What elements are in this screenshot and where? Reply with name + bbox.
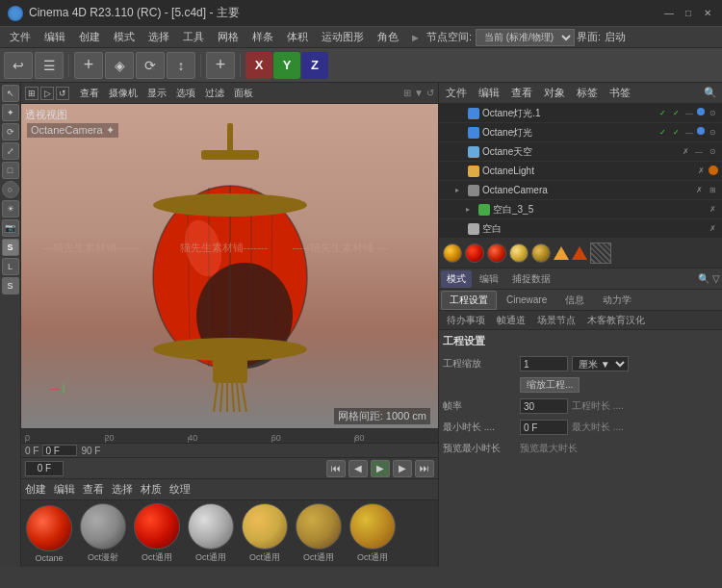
menu-file[interactable]: 文件 [4,28,37,46]
vp-icon-grid[interactable]: ⊞ [25,87,39,100]
left-icon-scale[interactable]: ⤢ [2,142,19,160]
mat-item-1[interactable]: Oct漫射 [79,503,127,564]
left-icon-rotate[interactable]: ⟳ [2,123,19,141]
play-next[interactable]: ▶ [393,460,412,477]
search-icon[interactable]: 🔍 [703,86,718,101]
left-icon-box[interactable]: □ [2,162,19,179]
vp-panel[interactable]: 面板 [231,87,256,100]
swatch-0[interactable] [443,243,462,263]
obj-render-1[interactable]: ✓ [670,127,682,139]
viewport-canvas[interactable]: 透视视图 OctaneCamera ✦ [21,104,438,428]
vp-icon-cam[interactable]: ▷ [40,87,54,100]
axis-x-button[interactable]: X [245,52,272,79]
sub-tab-todo[interactable]: 待办事项 [441,312,491,329]
right-view[interactable]: 查看 [508,86,535,100]
maximize-button[interactable]: □ [682,7,695,20]
vp-view[interactable]: 查看 [77,87,102,100]
vp-display[interactable]: 显示 [144,87,169,100]
obj-row-5[interactable]: ▸ 空白_3_5 ✗ [439,200,722,219]
left-icon-move[interactable]: ✦ [2,104,19,121]
toolbar-move2[interactable]: + [206,52,235,79]
obj-vis-5[interactable]: ✗ [707,204,718,216]
obj-vis-6[interactable]: ✗ [707,223,718,235]
mat-item-2[interactable]: Oct通用 [133,503,181,564]
swatch-4[interactable] [531,243,551,263]
left-icon-s2[interactable]: S [2,277,19,294]
prop-scale-input[interactable] [520,356,568,371]
axis-z-button[interactable]: Z [301,52,328,79]
toolbar-select[interactable]: ◈ [105,52,134,79]
timeline-current-input[interactable] [42,445,77,456]
right-bookmark[interactable]: 书签 [606,86,633,100]
menu-volume[interactable]: 体积 [281,28,314,46]
play-to-start[interactable]: ⏮ [326,460,346,477]
vp-refresh-icon[interactable]: ↺ [426,88,434,98]
right-object[interactable]: 对象 [541,86,568,100]
toolbar-rotate[interactable]: ⟳ [136,52,165,79]
interface-value[interactable]: 启动 [605,30,626,44]
left-icon-cam[interactable]: 📷 [2,219,19,237]
mode-tab-mode[interactable]: 模式 [441,270,472,288]
play-stop[interactable]: ▶ [371,460,390,477]
menu-select[interactable]: 选择 [142,28,175,46]
left-icon-l[interactable]: L [2,258,19,275]
menu-character[interactable]: 角色 [372,28,404,46]
vp-filter[interactable]: 过滤 [202,87,227,100]
mat-item-3[interactable]: Oct通用 [187,503,235,564]
menu-spline[interactable]: 样条 [246,28,279,46]
mat-select[interactable]: 选择 [112,482,133,497]
attr-tab-info[interactable]: 信息 [556,291,593,310]
obj-row-3[interactable]: OctaneLight ✗ [439,162,722,181]
toolbar-undo[interactable]: ↩ [4,52,33,79]
obj-circle-2[interactable]: ⊙ [707,146,718,158]
swatch-2[interactable] [487,243,506,263]
checker-swatch[interactable] [590,243,611,264]
obj-vis-0[interactable]: ✓ [657,108,668,119]
toolbar-add[interactable]: + [74,52,103,79]
node-space-select[interactable]: 当前 (标准/物理) [476,29,575,46]
obj-lock-1[interactable]: — [683,127,695,139]
left-icon-cursor[interactable]: ↖ [2,85,19,102]
obj-lock-0[interactable]: — [683,108,695,119]
mode-tab-edit[interactable]: 编辑 [474,270,504,288]
obj-vis-2[interactable]: ✗ [680,146,691,158]
close-button[interactable]: ✕ [701,7,714,20]
menu-create[interactable]: 创建 [73,28,106,46]
mat-edit[interactable]: 编辑 [54,482,75,497]
left-icon-light[interactable]: ☀ [2,200,19,217]
vp-layout-icon[interactable]: ⊞ [403,88,411,98]
obj-circle-0[interactable]: ⊙ [707,108,718,119]
mode-search-icon[interactable]: 🔍 [698,273,709,284]
sub-tab-scenenode[interactable]: 场景节点 [531,312,581,329]
collapse-project-btn[interactable]: 缩放工程... [520,377,580,393]
right-edit[interactable]: 编辑 [476,86,503,100]
frame-input[interactable] [25,461,64,476]
obj-circle-1[interactable]: ⊙ [707,127,718,139]
obj-vis-1[interactable]: ✓ [657,127,668,139]
obj-vis-3[interactable]: ✗ [695,166,707,177]
vp-down-icon[interactable]: ▼ [414,88,424,98]
prop-fps-input[interactable] [520,398,568,414]
menu-mode[interactable]: 模式 [108,28,141,46]
mat-view[interactable]: 查看 [83,482,104,497]
obj-row-2[interactable]: Octane天空 ✗ — ⊙ [439,142,722,162]
right-tag[interactable]: 标签 [574,86,601,100]
sub-tab-muke[interactable]: 木客教育汉化 [581,312,651,329]
mat-create[interactable]: 创建 [25,482,46,497]
menu-mesh[interactable]: 网格 [212,28,245,46]
mat-item-5[interactable]: Oct通用 [295,503,343,564]
obj-row-4[interactable]: ▸ OctaneCamera ✗ ⊞ [439,181,722,200]
obj-vis-4[interactable]: ✗ [693,185,705,196]
attr-tab-dynamics[interactable]: 动力学 [594,291,640,310]
toolbar-menu[interactable]: ☰ [35,52,64,79]
mat-item-4[interactable]: Oct通用 [241,503,289,564]
mat-texture[interactable]: 纹理 [169,482,191,497]
obj-row-6[interactable]: 空白 ✗ [439,219,722,239]
swatch-3[interactable] [509,243,529,263]
obj-box-4[interactable]: ⊞ [707,185,718,196]
axis-y-button[interactable]: Y [273,52,300,79]
left-icon-sphere[interactable]: ○ [2,181,19,198]
vp-camera[interactable]: 摄像机 [106,87,141,100]
prop-unit-select[interactable]: 厘米 ▼ 米 毫米 [572,356,629,371]
mode-tab-capture[interactable]: 捕捉数据 [506,270,556,288]
